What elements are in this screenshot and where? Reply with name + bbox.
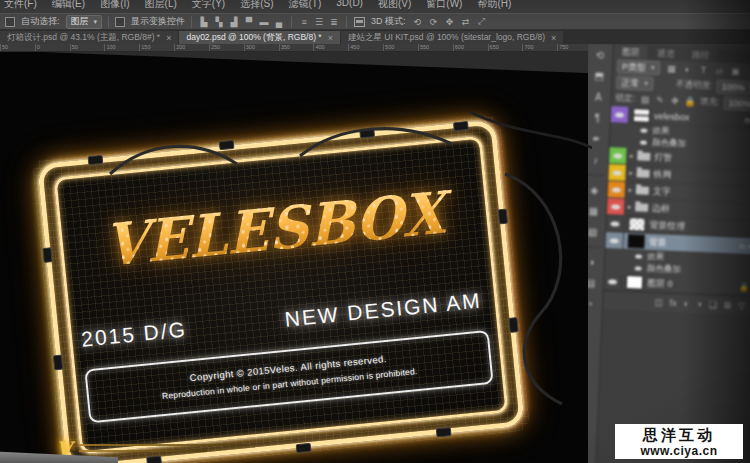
menu-item[interactable]: 帮助(H) (477, 0, 511, 11)
layer-thumbnail[interactable] (633, 108, 651, 123)
opacity-dropdown[interactable]: 100% ▾ (716, 80, 750, 96)
layer-name[interactable]: 铁网 (653, 168, 672, 182)
visibility-toggle[interactable] (604, 273, 623, 290)
lock-all-icon[interactable]: 🔒 (684, 95, 696, 107)
eye-icon[interactable] (635, 266, 642, 270)
histogram-panel-icon[interactable]: ▦ (588, 204, 602, 218)
color-panel-icon[interactable]: ◑ (588, 255, 600, 269)
paragraph-panel-icon[interactable]: ¶ (589, 111, 606, 125)
show-transform-checkbox[interactable] (115, 17, 125, 27)
menu-item[interactable]: 图像(I) (100, 0, 129, 11)
layer-name[interactable]: 边框 (652, 201, 671, 215)
panel-tab-路径[interactable]: 路径 (683, 47, 718, 62)
menu-item[interactable]: 3D(D) (336, 0, 363, 8)
filter-type-dropdown[interactable]: P类型 ▾ (617, 59, 660, 75)
layer-thumbnail[interactable] (626, 275, 644, 290)
layer-name[interactable]: 文字 (653, 185, 672, 199)
character-panel-icon[interactable]: A (590, 90, 607, 104)
properties-panel-icon[interactable]: ⬒ (591, 69, 608, 83)
panel-tab-通道[interactable]: 通道 (648, 46, 683, 61)
document-tab[interactable]: 灯箱设计.psd @ 43.1% (主题, RGB/8#) *× (0, 31, 178, 44)
filter-adjustment-layers-icon[interactable]: ◐ (681, 63, 693, 75)
canvas-area[interactable]: VELESBOX 2015 D/G NEW DESIGN AM Copyrigh… (0, 52, 592, 463)
fill-dropdown[interactable]: 100% ▾ (723, 96, 750, 112)
align-bottom-edges-icon[interactable]: ▄ (273, 16, 285, 28)
visibility-toggle[interactable] (609, 147, 628, 164)
menu-item[interactable]: 图层(L) (145, 0, 177, 11)
menu-item[interactable]: 编辑(E) (52, 0, 85, 11)
layer-style-icon[interactable]: fx (670, 298, 677, 308)
timeline-panel-icon[interactable]: ♪ (588, 153, 604, 167)
distribute-top-icon[interactable]: ≡ (298, 16, 310, 28)
constrain-icon[interactable] (353, 16, 365, 28)
filter-shape-layers-icon[interactable]: ▱ (713, 64, 725, 76)
layer-name[interactable]: velesbox (654, 111, 690, 122)
3d-rotate-icon[interactable]: ⟲ (412, 16, 424, 28)
distribute-center-icon[interactable]: ☰ (313, 16, 325, 28)
close-tab-icon[interactable]: × (551, 33, 556, 43)
eye-icon[interactable] (640, 128, 647, 132)
distribute-bottom-icon[interactable]: ≣ (328, 16, 340, 28)
align-top-edges-icon[interactable]: ▀ (243, 16, 255, 28)
3d-scale-icon[interactable]: ⤢ (476, 16, 488, 28)
align-horizontal-centers-icon[interactable]: ▚ (213, 16, 225, 28)
filter-type-layers-icon[interactable]: T (697, 64, 709, 76)
blend-mode-dropdown[interactable]: 正常 ▾ (616, 75, 653, 91)
navigator-panel-icon[interactable]: ▧ (588, 225, 601, 239)
auto-select-checkbox[interactable] (5, 17, 15, 27)
auto-select-dropdown[interactable]: 图层 ▾ (66, 15, 103, 29)
align-vertical-centers-icon[interactable]: ▬ (258, 16, 270, 28)
eye-icon[interactable] (640, 140, 647, 144)
3d-roll-icon[interactable]: ⟳ (428, 16, 440, 28)
layer-thumbnail[interactable] (628, 217, 646, 232)
3d-drag-icon[interactable]: ✥ (444, 16, 456, 28)
layer-mask-icon[interactable]: ◐ (684, 298, 690, 308)
layer-effects-badge[interactable]: fx▾ (745, 115, 750, 125)
lock-position-icon[interactable]: ✥ (669, 95, 681, 107)
menu-item[interactable]: 视图(V) (378, 0, 411, 11)
layer-effects-badge[interactable]: fx▾ (739, 241, 750, 251)
close-tab-icon[interactable]: × (328, 33, 333, 43)
layer-name[interactable]: 图层 0 (647, 276, 673, 290)
align-left-edges-icon[interactable]: ▙ (198, 16, 210, 28)
filter-smart-objects-icon[interactable]: ▣ (729, 65, 741, 77)
visibility-toggle[interactable] (611, 106, 630, 123)
menu-item[interactable]: 文字(Y) (192, 0, 225, 11)
visibility-toggle[interactable] (605, 232, 624, 249)
menu-item[interactable]: 窗口(W) (426, 0, 462, 11)
adjustment-layer-icon[interactable]: ◑ (696, 299, 702, 309)
lock-pixels-icon[interactable]: ✎ (654, 94, 666, 106)
expand-arrow-icon[interactable]: ▸ (627, 152, 636, 160)
swatches-panel-icon[interactable]: ▤ (588, 276, 599, 290)
close-tab-icon[interactable]: × (166, 33, 171, 43)
info-panel-icon[interactable]: ◈ (588, 183, 603, 197)
expand-arrow-icon[interactable]: ▸ (626, 169, 635, 177)
document-tab[interactable]: 建站之星 UI KIT.psd @ 100% (sitestar_logo, R… (341, 31, 563, 44)
document-tab[interactable]: day02.psd @ 100% (背景, RGB/8) *× (179, 31, 340, 44)
expand-arrow-icon[interactable]: ▸ (626, 186, 635, 194)
new-layer-icon[interactable]: ⊞ (723, 300, 731, 310)
layer-name[interactable]: 背景纹理 (649, 218, 686, 232)
panel-tab-图层[interactable]: 图层 (613, 44, 648, 59)
menu-item[interactable]: 文件(F) (4, 0, 37, 11)
align-right-edges-icon[interactable]: ▟ (228, 16, 240, 28)
new-group-icon[interactable]: ❑ (708, 299, 716, 309)
history-panel-icon[interactable]: ⟲ (592, 48, 609, 62)
layer-thumbnail[interactable] (627, 234, 645, 249)
adjustments-panel-icon[interactable]: ◔ (588, 297, 598, 311)
expand-arrow-icon[interactable]: ▸ (625, 203, 634, 211)
visibility-toggle[interactable] (608, 164, 627, 181)
menu-item[interactable]: 选择(S) (240, 0, 273, 11)
3d-slide-icon[interactable]: ⇄ (460, 16, 472, 28)
layer-name[interactable]: 背景 (648, 235, 667, 249)
visibility-toggle[interactable] (607, 198, 626, 215)
visibility-toggle[interactable] (608, 181, 627, 198)
layer-name[interactable]: 灯管 (654, 151, 673, 165)
visibility-toggle[interactable] (606, 215, 625, 232)
eye-icon[interactable] (635, 254, 642, 258)
delete-layer-icon[interactable]: ▽ (738, 301, 745, 311)
lock-transparency-icon[interactable]: ▨ (639, 93, 651, 105)
filter-pixel-layers-icon[interactable]: ▦ (665, 62, 677, 74)
link-layers-icon[interactable]: ◫ (654, 297, 663, 307)
menu-item[interactable]: 滤镜(T) (289, 0, 322, 11)
